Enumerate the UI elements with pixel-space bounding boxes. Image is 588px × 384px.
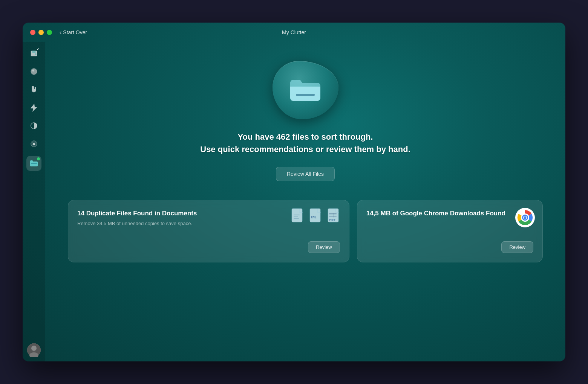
avatar <box>27 343 41 357</box>
chrome-review-button[interactable]: Review <box>501 241 533 253</box>
svg-point-2 <box>35 53 37 55</box>
traffic-lights <box>30 30 52 35</box>
doc-icon-1 <box>291 208 305 225</box>
lightning-icon <box>31 104 37 112</box>
folder-blob <box>273 61 338 119</box>
half-circle-icon <box>30 122 38 130</box>
chrome-card-title: 14,5 MB of Google Chrome Downloads Found <box>366 209 507 218</box>
duplicates-card-title: 14 Duplicate Files Found in Documents <box>77 209 287 218</box>
doc-icon-xml: XML <box>309 208 323 225</box>
back-button[interactable]: ‹ Start Over <box>60 29 87 36</box>
headline: You have 462 files to sort through. Use … <box>200 131 410 155</box>
doc-icon-pset: PSET <box>327 208 341 225</box>
svg-rect-14 <box>294 216 298 217</box>
active-dot-badge <box>37 157 40 160</box>
maximize-button[interactable] <box>47 30 52 35</box>
folder-hero-icon <box>288 76 322 104</box>
svg-rect-15 <box>294 218 299 219</box>
duplicates-card-subtitle: Remove 34,5 MB of unneeded copies to sav… <box>77 221 287 226</box>
svg-rect-11 <box>296 94 315 96</box>
headline-line2: Use quick recommendations or review them… <box>200 143 410 155</box>
sidebar-item-half[interactable] <box>26 118 41 133</box>
chrome-icon <box>515 208 535 227</box>
ball-icon <box>30 67 38 76</box>
svg-point-29 <box>524 216 527 219</box>
chevron-left-icon: ‹ <box>60 29 61 36</box>
chrome-card-icon-area <box>515 208 535 229</box>
back-label: Start Over <box>63 29 87 35</box>
window-title: My Clutter <box>282 29 306 35</box>
svg-point-9 <box>31 346 37 351</box>
sidebar-item-disk[interactable]: ✓ <box>26 46 41 61</box>
svg-text:XML: XML <box>311 216 317 219</box>
main-area: ✓ <box>23 42 565 361</box>
cards-row: XML PSET <box>68 200 543 262</box>
sidebar-avatar[interactable] <box>26 343 41 358</box>
svg-rect-1 <box>32 51 35 53</box>
svg-text:PSET: PSET <box>329 219 335 222</box>
svg-rect-13 <box>294 215 300 215</box>
review-all-files-button[interactable]: Review All Files <box>276 167 335 181</box>
sidebar-item-xmark[interactable] <box>26 136 41 151</box>
chrome-card: 14,5 MB of Google Chrome Downloads Found… <box>357 200 543 262</box>
folder-icon <box>29 159 38 168</box>
headline-line1: You have 462 files to sort through. <box>200 131 410 143</box>
sidebar: ✓ <box>23 42 45 361</box>
svg-point-4 <box>32 70 34 72</box>
svg-point-3 <box>31 69 37 75</box>
sidebar-item-ball[interactable] <box>26 64 41 79</box>
svg-rect-22 <box>333 213 334 218</box>
sidebar-item-hand[interactable] <box>26 82 41 97</box>
check-badge: ✓ <box>37 47 40 52</box>
sidebar-item-clutter[interactable] <box>26 156 41 171</box>
svg-rect-16 <box>310 209 320 222</box>
minimize-button[interactable] <box>38 30 44 35</box>
content-area: You have 462 files to sort through. Use … <box>45 42 565 361</box>
card-file-icons: XML PSET <box>291 208 341 225</box>
xmark-icon <box>30 140 38 148</box>
duplicates-card: XML PSET <box>68 200 349 262</box>
svg-rect-7 <box>31 163 37 164</box>
app-window: ‹ Start Over My Clutter ✓ <box>23 23 565 361</box>
close-button[interactable] <box>30 30 35 35</box>
title-bar: ‹ Start Over My Clutter <box>23 23 565 42</box>
hand-icon <box>30 85 38 94</box>
duplicates-review-button[interactable]: Review <box>308 241 340 253</box>
sidebar-item-lightning[interactable] <box>26 100 41 115</box>
folder-hero <box>273 61 338 119</box>
